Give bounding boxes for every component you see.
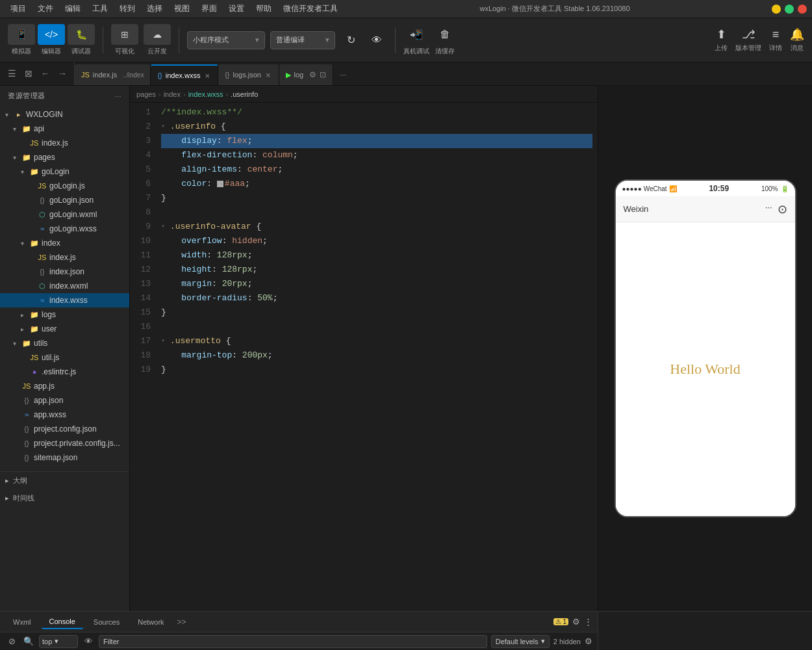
bookmark-icon[interactable]: ⊠: [21, 66, 36, 81]
tab-index-wxss[interactable]: {} index.wxss ×: [151, 64, 218, 85]
mode-label: 小程序模式: [193, 35, 229, 45]
menu-tools[interactable]: 工具: [87, 2, 113, 16]
tree-gologin[interactable]: ▾ 📁 goLogin: [0, 164, 129, 179]
levels-dropdown[interactable]: Default levels ▾: [491, 635, 550, 648]
menu-view[interactable]: 视图: [169, 2, 195, 16]
tree-eslintrc[interactable]: ▾ ● .eslintrc.js: [0, 365, 129, 379]
dt-filter-icon[interactable]: 🔍: [22, 635, 35, 648]
toolbar-visible: ⊞ 可视化: [111, 24, 138, 56]
code-content[interactable]: /**index.wxss**/ ▾ .userinfo { display :…: [156, 103, 598, 611]
tree-app-json[interactable]: ▾ {} app.json: [0, 393, 129, 408]
back-btn[interactable]: ←: [38, 66, 53, 81]
tree-util-js[interactable]: ▾ JS util.js: [0, 350, 129, 365]
clear-cache-btn[interactable]: 🗑: [435, 24, 455, 45]
sidebar-bottom-2[interactable]: ▸ 时间线: [0, 489, 129, 507]
menu-select[interactable]: 选择: [142, 2, 168, 16]
menu-edit[interactable]: 编辑: [60, 2, 86, 16]
visible-btn[interactable]: ⊞: [111, 24, 138, 45]
tabs-overflow[interactable]: ···: [333, 64, 353, 85]
devtab-sources[interactable]: Sources: [86, 616, 127, 629]
devtab-network[interactable]: Network: [130, 616, 171, 629]
tab-close-logs[interactable]: ×: [264, 70, 272, 80]
editor-btn[interactable]: </>: [38, 24, 65, 45]
index-js-icon: JS: [38, 254, 47, 261]
tree-index-wxml[interactable]: ▾ ⬡ index.wxml: [0, 279, 129, 293]
compile-dropdown[interactable]: 普通编译 ▾: [270, 31, 335, 49]
menu-help[interactable]: 帮助: [251, 2, 277, 16]
phone-more-icon[interactable]: ···: [765, 202, 772, 216]
line-num-7: 7: [130, 191, 151, 205]
tab-log[interactable]: ▶ log ⚙ ⊡: [279, 64, 334, 85]
tree-index-folder[interactable]: ▾ 📁 index: [0, 236, 129, 250]
tree-pages[interactable]: ▾ 📁 pages: [0, 150, 129, 164]
tree-index-json[interactable]: ▾ {} index.json: [0, 265, 129, 279]
context-dropdown[interactable]: top ▾: [39, 635, 78, 648]
sidebar-bottom-1[interactable]: ▸ 大纲: [0, 471, 129, 489]
tree-utils[interactable]: ▾ 📁 utils: [0, 336, 129, 350]
upload-icon: ⬆: [717, 27, 726, 42]
devtools-more[interactable]: >>: [177, 618, 186, 627]
breadcrumb-file[interactable]: index.wxss: [188, 90, 223, 98]
tree-gologin-json[interactable]: ▾ {} goLogin.json: [0, 193, 129, 207]
forward-btn[interactable]: →: [55, 66, 70, 81]
real-device-btn[interactable]: 📲: [406, 24, 427, 45]
dt-ban-icon[interactable]: ⊘: [5, 635, 18, 648]
window-maximize[interactable]: □: [785, 5, 794, 14]
devtab-wxml[interactable]: Wxml: [5, 616, 39, 629]
tree-index-wxss[interactable]: ▾ ≈ index.wxss: [0, 293, 129, 307]
breadcrumb-index[interactable]: index: [164, 90, 181, 98]
menu-wechat[interactable]: 微信开发者工具: [278, 2, 343, 16]
tab-index-js[interactable]: JS index.js ../index: [75, 64, 151, 85]
dt-eye-icon[interactable]: 👁: [82, 635, 95, 648]
notification-btn[interactable]: 🔔 消息: [790, 27, 804, 53]
tree-user[interactable]: ▸ 📁 user: [0, 322, 129, 336]
tree-index-wxml-label: index.wxml: [49, 281, 88, 291]
mode-dropdown[interactable]: 小程序模式 ▾: [187, 31, 265, 49]
tree-project-config[interactable]: ▾ {} project.config.json: [0, 422, 129, 436]
tree-root[interactable]: ▾ ▸ WXLOGIN: [0, 107, 129, 122]
tree-index-js[interactable]: ▾ JS index.js: [0, 250, 129, 265]
devtab-console[interactable]: Console: [42, 615, 83, 629]
dt-settings-icon[interactable]: ⚙: [585, 636, 592, 646]
menu-file[interactable]: 文件: [32, 2, 58, 16]
preview-btn[interactable]: 👁: [366, 30, 387, 51]
tree-api-index-js[interactable]: ▾ JS index.js: [0, 136, 129, 150]
dt-filter-input[interactable]: Filter: [99, 635, 487, 648]
tree-app-wxss[interactable]: ▾ ≈ app.wxss: [0, 408, 129, 422]
menu-interface[interactable]: 界面: [196, 2, 222, 16]
tree-gologin-js[interactable]: ▾ JS goLogin.js: [0, 179, 129, 193]
upload-btn[interactable]: ⬆ 上传: [715, 27, 728, 53]
line-num-9: 9: [130, 220, 151, 234]
tree-project-private[interactable]: ▾ {} project.private.config.js...: [0, 436, 129, 450]
breadcrumb-current[interactable]: .userinfo: [231, 90, 258, 98]
tree-app-js[interactable]: ▾ JS app.js: [0, 379, 129, 393]
tab-close-wxss[interactable]: ×: [204, 71, 212, 81]
tree-api[interactable]: ▾ 📁 api: [0, 122, 129, 136]
tree-logs[interactable]: ▸ 📁 logs: [0, 307, 129, 322]
devtools-close-icon[interactable]: ⋮: [584, 617, 592, 627]
phone-scan-icon[interactable]: ⊙: [778, 202, 787, 216]
tree-gologin-wxss[interactable]: ▾ ≈ goLogin.wxss: [0, 222, 129, 236]
api-folder-icon: 📁: [22, 125, 31, 133]
tree-gologin-wxml[interactable]: ▾ ⬡ goLogin.wxml: [0, 207, 129, 222]
code-val-column: column: [257, 148, 293, 162]
window-close[interactable]: ✕: [798, 5, 807, 14]
details-btn[interactable]: ≡ 详情: [769, 28, 782, 53]
sidebar-more-btn[interactable]: ···: [114, 92, 121, 100]
refresh-btn[interactable]: ↻: [340, 30, 361, 51]
tree-sitemap[interactable]: ▾ {} sitemap.json: [0, 450, 129, 465]
devtools-settings-icon[interactable]: ⚙: [572, 617, 580, 627]
simulator-btn[interactable]: 📱: [8, 24, 35, 45]
phone-nav-title: Weixin: [624, 204, 649, 214]
debugger-btn[interactable]: 🐛: [68, 24, 95, 45]
menu-project[interactable]: 项目: [5, 2, 31, 16]
sidebar-menu-icon[interactable]: ☰: [4, 66, 19, 81]
breadcrumb-pages[interactable]: pages: [136, 90, 156, 98]
code-colon-18: :: [232, 348, 237, 363]
cloud-btn[interactable]: ☁: [144, 24, 171, 45]
menu-settings[interactable]: 设置: [223, 2, 249, 16]
window-minimize[interactable]: −: [772, 5, 781, 14]
tab-logs-json[interactable]: {} logs.json ×: [218, 64, 279, 85]
version-btn[interactable]: ⎇ 版本管理: [735, 27, 761, 53]
menu-goto[interactable]: 转到: [114, 2, 140, 16]
